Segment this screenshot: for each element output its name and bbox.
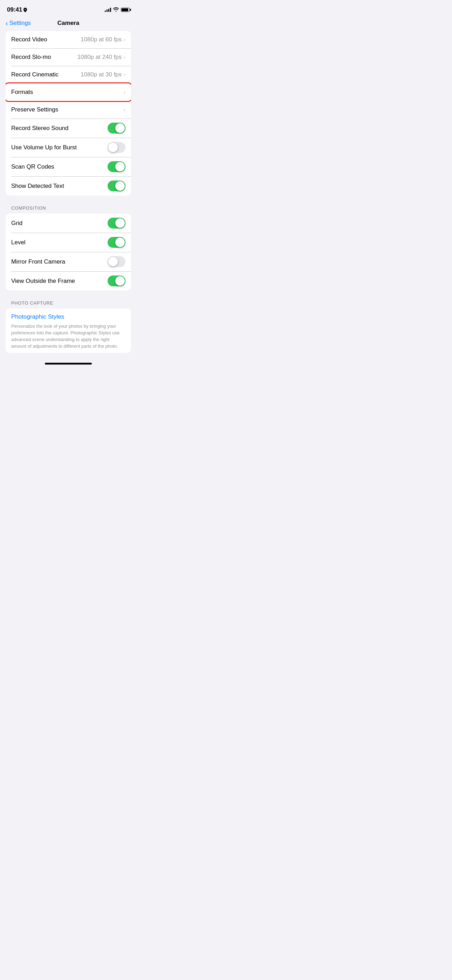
chevron-icon: › <box>124 37 126 42</box>
status-time: 09:41 <box>7 6 27 13</box>
page-title: Camera <box>57 20 79 27</box>
home-bar <box>45 363 92 364</box>
home-indicator <box>0 360 137 368</box>
level-label: Level <box>11 239 25 246</box>
formats-row[interactable]: Formats › <box>6 83 131 101</box>
view-outside-label: View Outside the Frame <box>11 278 75 285</box>
scan-qr-label: Scan QR Codes <box>11 163 54 170</box>
toggle-knob <box>115 162 125 172</box>
toggle-knob <box>115 181 125 191</box>
toggle-knob <box>115 276 125 286</box>
wifi-icon <box>113 7 119 13</box>
grid-toggle[interactable] <box>108 218 126 229</box>
signal-icon <box>105 8 111 12</box>
chevron-icon: › <box>124 54 126 60</box>
mirror-front-row: Mirror Front Camera <box>6 252 131 271</box>
composition-settings-group: Grid Level Mirror Front Camera View Outs… <box>6 213 131 291</box>
record-stereo-label: Record Stereo Sound <box>11 125 69 132</box>
formats-row-wrapper: Formats › <box>6 83 131 101</box>
location-icon <box>24 8 27 12</box>
status-bar: 09:41 <box>0 0 137 17</box>
record-video-row[interactable]: Record Video 1080p at 60 fps › <box>6 31 131 48</box>
preserve-settings-row[interactable]: Preserve Settings › <box>6 101 131 118</box>
show-detected-label: Show Detected Text <box>11 183 64 189</box>
scan-qr-row: Scan QR Codes <box>6 157 131 176</box>
formats-right: › <box>124 89 126 95</box>
preserve-settings-right: › <box>124 107 126 113</box>
record-stereo-toggle[interactable] <box>108 123 126 134</box>
composition-section-header: COMPOSITION <box>6 203 131 213</box>
mirror-front-toggle[interactable] <box>108 256 126 267</box>
chevron-icon: › <box>124 72 126 78</box>
show-detected-row: Show Detected Text <box>6 176 131 196</box>
battery-icon <box>121 8 130 12</box>
photo-capture-settings-group: Photographic Styles Personalize the look… <box>6 309 131 353</box>
record-video-right: 1080p at 60 fps › <box>81 36 126 43</box>
record-cinematic-row[interactable]: Record Cinematic 1080p at 30 fps › <box>6 66 131 83</box>
record-slomo-label: Record Slo-mo <box>11 54 51 60</box>
volume-burst-row: Use Volume Up for Burst <box>6 138 131 157</box>
photographic-styles-description: Personalize the look of your photos by b… <box>11 323 126 350</box>
scan-qr-toggle[interactable] <box>108 161 126 172</box>
toggle-knob <box>108 143 118 152</box>
record-cinematic-value: 1080p at 30 fps <box>81 71 122 78</box>
record-slomo-value: 1080p at 240 fps <box>78 54 122 60</box>
view-outside-toggle[interactable] <box>108 275 126 286</box>
record-slomo-right: 1080p at 240 fps › <box>78 54 126 60</box>
chevron-icon: › <box>124 89 126 95</box>
toggle-knob <box>115 238 125 247</box>
back-label: Settings <box>10 20 31 27</box>
record-video-value: 1080p at 60 fps <box>81 36 122 43</box>
volume-burst-toggle[interactable] <box>108 142 126 153</box>
toggle-knob <box>108 257 118 266</box>
grid-label: Grid <box>11 220 22 227</box>
back-chevron-icon: ‹ <box>6 20 8 27</box>
record-stereo-row: Record Stereo Sound <box>6 118 131 138</box>
chevron-icon: › <box>124 107 126 113</box>
formats-label: Formats <box>11 89 33 96</box>
record-cinematic-label: Record Cinematic <box>11 71 59 78</box>
record-cinematic-right: 1080p at 30 fps › <box>81 71 126 78</box>
settings-content: Record Video 1080p at 60 fps › Record Sl… <box>0 31 137 353</box>
video-settings-group: Record Video 1080p at 60 fps › Record Sl… <box>6 31 131 196</box>
volume-burst-label: Use Volume Up for Burst <box>11 144 77 151</box>
back-button[interactable]: ‹ Settings <box>6 20 31 27</box>
preserve-settings-label: Preserve Settings <box>11 106 58 113</box>
status-icons <box>105 7 130 13</box>
mirror-front-label: Mirror Front Camera <box>11 258 65 265</box>
time-display: 09:41 <box>7 6 22 13</box>
level-toggle[interactable] <box>108 237 126 248</box>
photographic-styles-title: Photographic Styles <box>11 313 126 320</box>
composition-label: COMPOSITION <box>6 203 131 213</box>
record-video-label: Record Video <box>11 36 47 43</box>
photo-capture-section-header: PHOTO CAPTURE <box>6 298 131 309</box>
nav-header: ‹ Settings Camera <box>0 17 137 31</box>
record-slomo-row[interactable]: Record Slo-mo 1080p at 240 fps › <box>6 48 131 66</box>
photographic-styles-row[interactable]: Photographic Styles Personalize the look… <box>6 309 131 353</box>
toggle-knob <box>115 218 125 228</box>
show-detected-toggle[interactable] <box>108 180 126 191</box>
grid-row: Grid <box>6 213 131 233</box>
level-row: Level <box>6 233 131 252</box>
view-outside-row: View Outside the Frame <box>6 271 131 291</box>
toggle-knob <box>115 123 125 133</box>
photo-capture-label: PHOTO CAPTURE <box>6 298 131 309</box>
